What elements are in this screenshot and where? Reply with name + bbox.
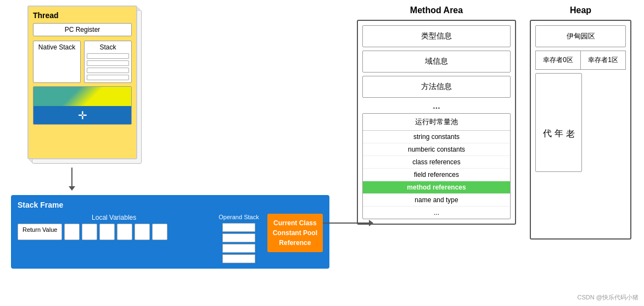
heap-title: Heap bbox=[530, 5, 631, 15]
survivor-0-box: 幸存者0区 bbox=[536, 51, 581, 69]
type-info-item: 类型信息 bbox=[362, 25, 511, 47]
operand-stack-section: Operand Stack bbox=[219, 214, 259, 263]
local-vars-row: Return Value bbox=[18, 224, 210, 240]
method-area-title: Method Area bbox=[357, 5, 516, 15]
stack-line bbox=[87, 75, 129, 80]
current-class-box: Current Class Constant Pool Reference bbox=[267, 214, 323, 252]
stack-line bbox=[87, 68, 129, 73]
rcp-method-references: method references bbox=[363, 181, 510, 194]
left-section: Thread PC Register Native Stack Stack bbox=[11, 5, 187, 301]
var-box bbox=[64, 224, 80, 240]
pc-register: PC Register bbox=[33, 23, 132, 36]
watermark: CSDN @快乐代码小猪 bbox=[578, 293, 639, 302]
rcp-dots: ... bbox=[363, 207, 510, 219]
stack-visual: ✛ bbox=[33, 86, 132, 125]
cursor-icon: ✛ bbox=[78, 109, 87, 122]
rcp-title: 运行时常量池 bbox=[363, 114, 510, 131]
stack-visual-top bbox=[33, 87, 131, 106]
local-vars-label: Local Variables bbox=[18, 214, 210, 221]
heap-section: Heap 伊甸园区 幸存者0区 幸存者1区 老 年 代 bbox=[530, 5, 631, 240]
stackframe-to-methodarea-arrow bbox=[323, 222, 372, 224]
rcp-numeric-constants: numberic constants bbox=[363, 143, 510, 156]
thread-box: Thread PC Register Native Stack Stack bbox=[27, 5, 137, 159]
field-info-item: 域信息 bbox=[362, 51, 511, 73]
survivor-1-box: 幸存者1区 bbox=[581, 51, 625, 69]
stack-frame-section: Stack Frame Local Variables Return Value bbox=[11, 195, 329, 269]
old-gen-box: 老 年 代 bbox=[535, 73, 582, 172]
thread-title: Thread bbox=[33, 11, 132, 20]
dots-separator: ... bbox=[362, 101, 511, 111]
operand-stack-label: Operand Stack bbox=[219, 214, 259, 221]
native-stack-row: Native Stack Stack bbox=[33, 41, 132, 83]
operand-box bbox=[222, 233, 255, 242]
rcp-field-references: field references bbox=[363, 169, 510, 181]
operand-boxes bbox=[222, 223, 255, 263]
native-stack-box: Native Stack bbox=[33, 41, 81, 83]
stack-box: Stack bbox=[84, 41, 132, 83]
var-box bbox=[82, 224, 97, 240]
thread-to-stackframe-arrow bbox=[71, 168, 72, 190]
var-box bbox=[152, 224, 167, 240]
stack-visual-bottom: ✛ bbox=[33, 106, 131, 125]
rcp-string-constants: string constants bbox=[363, 131, 510, 143]
local-vars-section: Local Variables Return Value bbox=[18, 214, 210, 240]
runtime-constant-pool: 运行时常量池 string constants numberic constan… bbox=[362, 113, 511, 219]
stack-line bbox=[87, 60, 129, 66]
operand-box bbox=[222, 254, 255, 263]
method-area-box: 类型信息 域信息 方法信息 ... 运行时常量池 string constant… bbox=[357, 20, 516, 225]
survivor-row: 幸存者0区 幸存者1区 bbox=[535, 51, 626, 70]
main-container: Thread PC Register Native Stack Stack bbox=[0, 0, 644, 306]
var-box bbox=[99, 224, 115, 240]
rcp-items: string constants numberic constants clas… bbox=[363, 131, 510, 219]
rcp-class-references: class references bbox=[363, 156, 510, 169]
method-area-section: Method Area 类型信息 域信息 方法信息 ... 运行时常量池 str… bbox=[357, 5, 516, 225]
rcp-name-and-type: name and type bbox=[363, 194, 510, 207]
return-value-box: Return Value bbox=[18, 224, 62, 240]
stack-frame-inner: Local Variables Return Value Operand Sta… bbox=[18, 214, 323, 263]
operand-box bbox=[222, 244, 255, 253]
eden-box: 伊甸园区 bbox=[535, 25, 626, 47]
operand-box bbox=[222, 223, 255, 232]
var-box bbox=[135, 224, 150, 240]
stack-line bbox=[87, 53, 129, 59]
stack-frame-title: Stack Frame bbox=[18, 201, 323, 209]
heap-box: 伊甸园区 幸存者0区 幸存者1区 老 年 代 bbox=[530, 20, 631, 240]
var-box bbox=[117, 224, 132, 240]
method-info-item: 方法信息 bbox=[362, 76, 511, 98]
page-stack: Thread PC Register Native Stack Stack bbox=[27, 5, 148, 159]
